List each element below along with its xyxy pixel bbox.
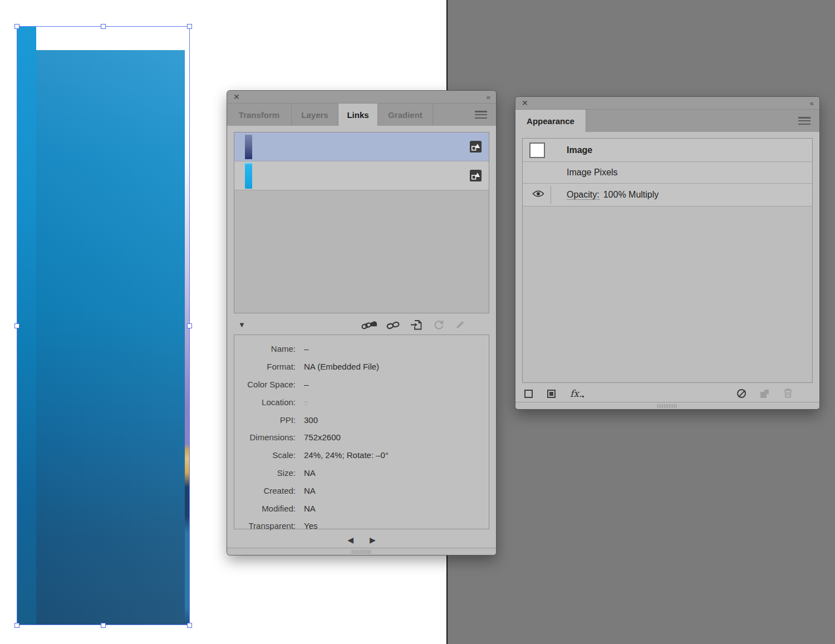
selection-handle[interactable] bbox=[101, 623, 106, 628]
appearance-footer: fx.▾ bbox=[524, 385, 811, 402]
appearance-list: Image Image Pixels Opacity:100% Multiply bbox=[522, 138, 813, 383]
info-label: Dimensions: bbox=[234, 432, 296, 442]
info-label: Scale: bbox=[234, 450, 296, 460]
delete-selected-item-icon bbox=[783, 387, 793, 400]
link-item[interactable] bbox=[234, 161, 489, 190]
resize-grip[interactable] bbox=[657, 404, 677, 408]
location-link[interactable]: – bbox=[304, 399, 308, 405]
resize-grip[interactable] bbox=[352, 550, 372, 554]
link-thumbnail bbox=[245, 163, 252, 189]
tab-layers[interactable]: Layers bbox=[292, 104, 338, 126]
relink-icon[interactable] bbox=[386, 320, 400, 330]
info-value: Yes bbox=[304, 521, 317, 530]
links-panel-titlebar: ✕ « bbox=[227, 91, 496, 104]
add-new-stroke-icon[interactable] bbox=[524, 390, 533, 398]
collapse-panel-icon[interactable]: « bbox=[487, 94, 490, 101]
appearance-row-image[interactable]: Image bbox=[523, 139, 812, 162]
selection-handle[interactable] bbox=[187, 623, 192, 628]
tab-transform[interactable]: Transform bbox=[227, 104, 292, 126]
next-link-icon[interactable]: ▶ bbox=[370, 536, 376, 544]
link-info-box: Name:– Format:NA (Embedded File) Color S… bbox=[234, 335, 489, 529]
info-label: Name: bbox=[234, 344, 296, 353]
info-label: Created: bbox=[234, 486, 296, 495]
embedded-file-icon bbox=[469, 169, 482, 182]
links-toolbar: ▼ bbox=[234, 317, 489, 332]
tab-links[interactable]: Links bbox=[338, 104, 378, 126]
info-label: Transparent: bbox=[234, 521, 296, 530]
relink-from-cc-libraries-icon[interactable] bbox=[361, 319, 377, 330]
selection-handle[interactable] bbox=[14, 323, 19, 328]
appearance-empty-area bbox=[523, 207, 812, 382]
info-value: 24%, 24%; Rotate: –0° bbox=[304, 450, 389, 460]
collapse-panel-icon[interactable]: « bbox=[810, 100, 813, 107]
appearance-panel: ✕ « Appearance Image Image Pixels Opacit… bbox=[515, 97, 819, 409]
embedded-file-icon bbox=[469, 140, 482, 153]
selection-handle[interactable] bbox=[187, 323, 192, 328]
update-link-icon bbox=[433, 318, 445, 331]
info-value: 752x2600 bbox=[304, 432, 341, 442]
info-value: NA bbox=[304, 468, 316, 478]
tab-appearance[interactable]: Appearance bbox=[515, 110, 586, 132]
selection-handle[interactable] bbox=[14, 623, 19, 628]
info-label: Location: bbox=[234, 397, 296, 407]
info-label: PPI: bbox=[234, 415, 296, 425]
edit-original-icon bbox=[454, 319, 466, 331]
previous-link-icon[interactable]: ◀ bbox=[347, 536, 353, 544]
appearance-item-title: Image bbox=[567, 145, 592, 155]
appearance-row-image-pixels[interactable]: Image Pixels bbox=[523, 162, 812, 184]
info-label: Color Space: bbox=[234, 380, 296, 389]
selection-handle[interactable] bbox=[14, 24, 19, 29]
info-label: Size: bbox=[234, 468, 296, 478]
clear-appearance-icon[interactable] bbox=[737, 389, 746, 398]
opacity-setting: Opacity:100% Multiply bbox=[567, 190, 659, 200]
info-label: Format: bbox=[234, 362, 296, 371]
appearance-row-opacity[interactable]: Opacity:100% Multiply bbox=[523, 184, 812, 207]
appearance-panel-titlebar: ✕ « bbox=[515, 97, 819, 110]
info-value: NA bbox=[304, 486, 316, 495]
info-value: – bbox=[304, 344, 308, 353]
selection-handle[interactable] bbox=[101, 24, 106, 29]
links-panel-tabs: Transform Layers Links Gradient bbox=[227, 104, 496, 126]
link-item-selected[interactable] bbox=[234, 132, 489, 161]
duplicate-selected-item-icon bbox=[760, 390, 769, 398]
info-label: Modified: bbox=[234, 504, 296, 513]
selection-bounding-box bbox=[17, 26, 190, 625]
divider bbox=[551, 186, 551, 204]
info-value: NA bbox=[304, 504, 316, 513]
fill-swatch[interactable] bbox=[529, 142, 545, 158]
go-to-link-icon[interactable] bbox=[410, 318, 423, 331]
info-value: – bbox=[304, 380, 308, 389]
link-pagination: ◀ ▶ bbox=[227, 533, 496, 547]
panel-resize-strip bbox=[227, 548, 496, 555]
panel-resize-strip bbox=[515, 402, 819, 409]
close-icon[interactable]: ✕ bbox=[233, 93, 240, 101]
tab-gradient[interactable]: Gradient bbox=[378, 104, 433, 126]
appearance-panel-tabs: Appearance bbox=[515, 110, 819, 132]
panel-menu-icon[interactable] bbox=[798, 117, 811, 125]
show-link-info-toggle[interactable]: ▼ bbox=[234, 321, 245, 329]
visibility-eye-icon[interactable] bbox=[532, 190, 544, 200]
links-list bbox=[234, 132, 489, 313]
info-value: NA (Embedded File) bbox=[304, 362, 379, 371]
opacity-link[interactable]: Opacity: bbox=[567, 190, 600, 200]
info-value: 300 bbox=[304, 415, 318, 425]
close-icon[interactable]: ✕ bbox=[522, 99, 528, 107]
add-new-fill-icon[interactable] bbox=[547, 390, 556, 398]
link-thumbnail bbox=[245, 135, 252, 159]
selection-handle[interactable] bbox=[187, 24, 192, 29]
links-panel: ✕ « Transform Layers Links Gradient ▼ bbox=[227, 91, 496, 555]
add-new-effect-icon[interactable]: fx.▾ bbox=[570, 388, 584, 399]
panel-menu-icon[interactable] bbox=[475, 111, 487, 119]
appearance-item-label: Image Pixels bbox=[567, 168, 618, 178]
